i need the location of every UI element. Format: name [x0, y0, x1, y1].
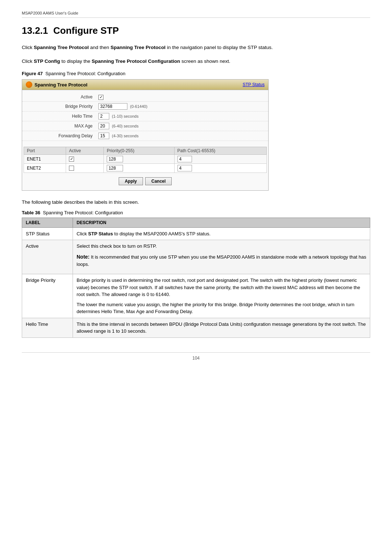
enet1-checkbox[interactable]: ✓	[69, 157, 74, 162]
enet2-port: ENET2	[24, 163, 66, 173]
enet1-pathcost-input[interactable]	[177, 156, 192, 162]
stp-config-panel: Spanning Tree Protocol STP Status Active…	[22, 79, 269, 191]
hello-time-label: Hello Time	[26, 114, 98, 119]
table-row: Bridge Priority Bridge priority is used …	[22, 274, 370, 318]
active-value[interactable]: ✓	[98, 94, 265, 100]
intro-paragraph-2: Click STP Config to display the Spanning…	[22, 57, 319, 65]
hello-time-label-cell: Hello Time	[22, 318, 73, 337]
pathcost-col-header: Path Cost(1-65535)	[174, 147, 266, 154]
enet2-priority-input[interactable]	[107, 165, 123, 171]
active-label-cell: Active	[22, 240, 73, 274]
enet2-pathcost-input[interactable]	[177, 165, 192, 171]
enet2-priority[interactable]	[104, 163, 174, 173]
forwarding-delay-input[interactable]	[98, 133, 109, 139]
desc-col-header: DESCRIPTION	[73, 218, 370, 227]
description-table: LABEL DESCRIPTION STP Status Click STP S…	[22, 218, 370, 338]
max-age-input[interactable]	[98, 123, 109, 129]
forwarding-delay-row: Forwarding Delay (4-30) seconds	[22, 131, 268, 141]
bridge-priority-label: Bridge Priority	[26, 104, 98, 109]
priority-col-header: Priority(0-255)	[104, 147, 174, 154]
hello-time-value: (1-10) seconds	[98, 113, 265, 119]
bottom-bar: 104	[22, 352, 370, 361]
hello-time-desc-cell: This is the time interval in seconds bet…	[73, 318, 370, 337]
stp-panel-header: Spanning Tree Protocol STP Status	[22, 80, 268, 90]
enet1-priority-input[interactable]	[107, 156, 123, 162]
section-title: 13.2.1 Configure STP	[22, 25, 370, 36]
enet2-checkbox[interactable]	[69, 166, 74, 171]
button-row: Apply Cancel	[22, 174, 268, 187]
active-label: Active	[26, 94, 98, 100]
table-row: ENET1 ✓	[24, 154, 267, 163]
stp-status-label-cell: STP Status	[22, 227, 73, 240]
bridge-priority-value: (0-61440)	[98, 103, 265, 110]
hello-time-row: Hello Time (1-10) seconds	[22, 112, 268, 121]
port-col-header: Port	[24, 147, 66, 154]
globe-icon	[26, 81, 32, 88]
enet1-priority[interactable]	[104, 154, 174, 163]
port-table: Port Active Priority(0-255) Path Cost(1-…	[24, 147, 267, 173]
stp-status-desc-cell: Click STP Status to display the MSAP2000…	[73, 227, 370, 240]
following-text: The following table describes the labels…	[22, 199, 370, 205]
apply-button[interactable]: Apply	[119, 177, 143, 185]
port-table-wrapper: Port Active Priority(0-255) Path Cost(1-…	[22, 147, 268, 173]
stp-panel-title: Spanning Tree Protocol	[26, 81, 87, 88]
bridge-priority-label-cell: Bridge Priority	[22, 274, 73, 318]
max-age-hint: (6-40) seconds	[112, 124, 138, 128]
enet1-active[interactable]: ✓	[66, 154, 104, 163]
table-row: STP Status Click STP Status to display t…	[22, 227, 370, 240]
note-box: Note: It is recommended that you only us…	[77, 253, 366, 269]
stp-status-link[interactable]: STP Status	[243, 82, 265, 87]
bridge-priority-row: Bridge Priority (0-61440)	[22, 102, 268, 112]
table-label: Table 36 Spanning Tree Protocol: Configu…	[22, 210, 370, 215]
page-number: 104	[192, 356, 200, 361]
forwarding-delay-hint: (4-30) seconds	[112, 134, 138, 138]
active-row: Active ✓	[22, 93, 268, 102]
hello-time-input[interactable]	[98, 113, 109, 119]
active-checkbox[interactable]: ✓	[98, 95, 103, 100]
table-row: Hello Time This is the time interval in …	[22, 318, 370, 337]
bridge-priority-input[interactable]	[98, 103, 127, 110]
table-row: Active Select this check box to turn on …	[22, 240, 370, 274]
max-age-row: MAX Age (6-40) seconds	[22, 121, 268, 131]
enet1-pathcost[interactable]	[174, 154, 266, 163]
forwarding-delay-label: Forwarding Delay	[26, 133, 98, 138]
cancel-button[interactable]: Cancel	[145, 177, 172, 185]
breadcrumb: MSAP2000 AAMS User's Guide	[22, 11, 370, 18]
enet2-pathcost[interactable]	[174, 163, 266, 173]
hello-time-hint: (1-10) seconds	[112, 114, 138, 118]
active-col-header: Active	[66, 147, 104, 154]
enet1-port: ENET1	[24, 154, 66, 163]
intro-paragraph-1: Click Spanning Tree Protocol and then Sp…	[22, 44, 319, 52]
stp-form: Active ✓ Bridge Priority (0-61440) Hello…	[22, 90, 268, 190]
bridge-priority-desc-cell: Bridge priority is used in determining t…	[73, 274, 370, 318]
label-col-header: LABEL	[22, 218, 73, 227]
table-row: ENET2	[24, 163, 267, 173]
active-desc-cell: Select this check box to turn on RSTP. N…	[73, 240, 370, 274]
forwarding-delay-value: (4-30) seconds	[98, 133, 265, 139]
max-age-value: (6-40) seconds	[98, 123, 265, 129]
max-age-label: MAX Age	[26, 123, 98, 129]
figure-label: Figure 47 Spanning Tree Protocol: Config…	[22, 71, 370, 76]
enet2-active[interactable]	[66, 163, 104, 173]
bridge-priority-hint: (0-61440)	[130, 104, 147, 109]
